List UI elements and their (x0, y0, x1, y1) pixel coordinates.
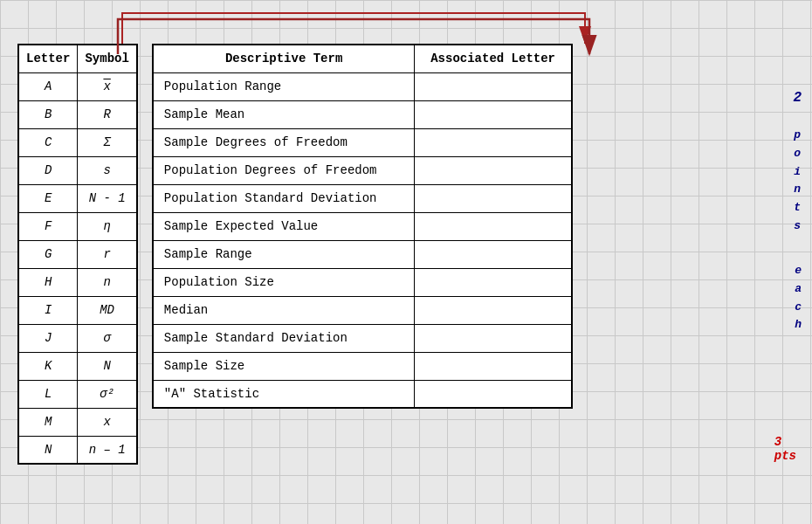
letter-cell: N (18, 436, 78, 464)
table-row: Sample Size (153, 352, 572, 380)
symbol-cell: r (78, 240, 137, 268)
letter-cell: D (18, 156, 78, 184)
desc-cell: "A" Statistic (153, 380, 415, 408)
symbol-cell: σ² (78, 380, 137, 408)
desc-cell: Median (153, 296, 415, 324)
symbol-cell: x (78, 72, 137, 100)
letter-cell: C (18, 128, 78, 156)
col-header-descriptive: Descriptive Term (153, 45, 415, 72)
letter-cell: M (18, 408, 78, 436)
symbol-cell: n – 1 (78, 436, 137, 464)
desc-cell: Population Standard Deviation (153, 184, 415, 212)
table-row: B R (18, 100, 137, 128)
left-table: Letter Symbol A x B R C Σ D s E (17, 44, 138, 465)
letter-cell: K (18, 352, 78, 380)
table-row: Median (153, 296, 572, 324)
pts-3-value: 3 pts (774, 435, 796, 463)
table-row: Sample Mean (153, 100, 572, 128)
assoc-cell[interactable] (415, 352, 572, 380)
table-row: I MD (18, 296, 137, 324)
table-row: M x (18, 408, 137, 436)
table-row: Sample Expected Value (153, 212, 572, 240)
desc-cell: Sample Mean (153, 100, 415, 128)
symbol-cell: η (78, 212, 137, 240)
assoc-cell[interactable] (415, 240, 572, 268)
letter-cell: B (18, 100, 78, 128)
desc-cell: Sample Range (153, 240, 415, 268)
symbol-cell: R (78, 100, 137, 128)
assoc-cell[interactable] (415, 380, 572, 408)
symbol-cell: N - 1 (78, 184, 137, 212)
letter-cell: G (18, 240, 78, 268)
assoc-cell[interactable] (415, 296, 572, 324)
table-row: E N - 1 (18, 184, 137, 212)
table-row: H n (18, 268, 137, 296)
col-header-associated: Associated Letter (415, 45, 572, 72)
assoc-cell[interactable] (415, 184, 572, 212)
table-row: J σ (18, 324, 137, 352)
letter-cell: A (18, 72, 78, 100)
symbol-cell: x (78, 408, 137, 436)
points-label: 2 points (793, 87, 802, 236)
each-value: each (795, 262, 802, 334)
symbol-cell: MD (78, 296, 137, 324)
table-row: Sample Range (153, 240, 572, 268)
letter-cell: H (18, 268, 78, 296)
letter-cell: E (18, 184, 78, 212)
points-value: 2 points (793, 87, 802, 236)
desc-cell: Sample Size (153, 352, 415, 380)
letter-cell: F (18, 212, 78, 240)
table-row: A x (18, 72, 137, 100)
arrow-svg (17, 0, 777, 48)
arrow-container (17, 0, 777, 48)
table-row: Sample Standard Deviation (153, 324, 572, 352)
symbol-cell: n (78, 268, 137, 296)
symbol-cell: s (78, 156, 137, 184)
desc-cell: Population Size (153, 268, 415, 296)
symbol-cell: Σ (78, 128, 137, 156)
symbol-cell: N (78, 352, 137, 380)
assoc-cell[interactable] (415, 156, 572, 184)
desc-cell: Sample Degrees of Freedom (153, 128, 415, 156)
table-row: K N (18, 352, 137, 380)
table-row: Population Degrees of Freedom (153, 156, 572, 184)
table-row: D s (18, 156, 137, 184)
table-row: Sample Degrees of Freedom (153, 128, 572, 156)
symbol-cell: σ (78, 324, 137, 352)
table-row: C Σ (18, 128, 137, 156)
desc-cell: Sample Expected Value (153, 212, 415, 240)
table-row: Population Range (153, 72, 572, 100)
letter-cell: I (18, 296, 78, 324)
desc-cell: Sample Standard Deviation (153, 324, 415, 352)
table-row: "A" Statistic (153, 380, 572, 408)
assoc-cell[interactable] (415, 128, 572, 156)
desc-cell: Population Range (153, 72, 415, 100)
table-row: F η (18, 212, 137, 240)
right-table: Descriptive Term Associated Letter Popul… (152, 44, 573, 409)
assoc-cell[interactable] (415, 324, 572, 352)
table-row: Population Size (153, 268, 572, 296)
assoc-cell[interactable] (415, 100, 572, 128)
tables-container: Letter Symbol A x B R C Σ D s E (17, 44, 573, 465)
letter-cell: L (18, 380, 78, 408)
col-header-symbol: Symbol (78, 45, 137, 72)
each-label: each (795, 262, 802, 334)
assoc-cell[interactable] (415, 212, 572, 240)
desc-cell: Population Degrees of Freedom (153, 156, 415, 184)
table-row: Population Standard Deviation (153, 184, 572, 212)
table-row: N n – 1 (18, 436, 137, 464)
letter-cell: J (18, 324, 78, 352)
col-header-letter: Letter (18, 45, 78, 72)
assoc-cell[interactable] (415, 268, 572, 296)
table-row: L σ² (18, 380, 137, 408)
table-row: G r (18, 240, 137, 268)
assoc-cell[interactable] (415, 72, 572, 100)
